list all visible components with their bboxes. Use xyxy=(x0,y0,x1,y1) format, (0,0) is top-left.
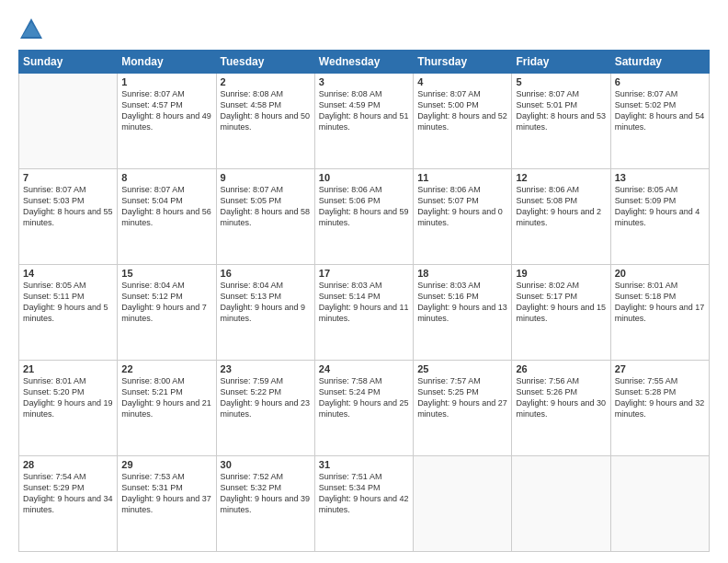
calendar-cell xyxy=(414,456,512,552)
day-info: Sunrise: 8:04 AM Sunset: 5:13 PM Dayligh… xyxy=(221,280,311,325)
calendar-cell: 4 Sunrise: 8:07 AM Sunset: 5:00 PM Dayli… xyxy=(414,74,512,169)
calendar-cell: 26 Sunrise: 7:56 AM Sunset: 5:26 PM Dayl… xyxy=(512,361,610,456)
calendar: SundayMondayTuesdayWednesdayThursdayFrid… xyxy=(18,50,710,552)
sunset-text: Sunset: 5:31 PM xyxy=(121,483,183,492)
day-info: Sunrise: 8:01 AM Sunset: 5:18 PM Dayligh… xyxy=(615,280,705,325)
sunrise-text: Sunrise: 8:03 AM xyxy=(417,281,481,290)
day-number: 16 xyxy=(221,268,311,279)
calendar-cell: 28 Sunrise: 7:54 AM Sunset: 5:29 PM Dayl… xyxy=(19,456,118,552)
calendar-cell: 19 Sunrise: 8:02 AM Sunset: 5:17 PM Dayl… xyxy=(512,265,610,361)
day-number: 31 xyxy=(319,459,409,470)
sunset-text: Sunset: 4:58 PM xyxy=(221,100,282,109)
sunrise-text: Sunrise: 7:54 AM xyxy=(23,472,86,481)
day-number: 22 xyxy=(121,363,211,374)
calendar-cell: 16 Sunrise: 8:04 AM Sunset: 5:13 PM Dayl… xyxy=(216,265,314,361)
calendar-cell: 13 Sunrise: 8:05 AM Sunset: 5:09 PM Dayl… xyxy=(610,169,709,265)
day-number: 30 xyxy=(221,459,311,470)
sunset-text: Sunset: 5:12 PM xyxy=(121,292,183,301)
daylight-text: Daylight: 9 hours and 23 minutes. xyxy=(221,398,311,419)
day-info: Sunrise: 8:07 AM Sunset: 5:02 PM Dayligh… xyxy=(615,88,705,133)
logo-icon xyxy=(18,17,44,42)
daylight-text: Daylight: 8 hours and 58 minutes. xyxy=(221,207,311,227)
sunset-text: Sunset: 5:24 PM xyxy=(319,387,381,396)
sunset-text: Sunset: 5:26 PM xyxy=(516,387,577,396)
day-info: Sunrise: 7:54 AM Sunset: 5:29 PM Dayligh… xyxy=(23,471,113,516)
day-info: Sunrise: 8:00 AM Sunset: 5:21 PM Dayligh… xyxy=(121,375,211,420)
daylight-text: Daylight: 9 hours and 32 minutes. xyxy=(615,398,705,419)
sunrise-text: Sunrise: 8:00 AM xyxy=(121,376,185,385)
calendar-cell: 3 Sunrise: 8:08 AM Sunset: 4:59 PM Dayli… xyxy=(314,74,413,169)
sunset-text: Sunset: 5:04 PM xyxy=(121,196,183,205)
day-number: 10 xyxy=(319,172,409,183)
sunset-text: Sunset: 5:02 PM xyxy=(615,100,677,109)
svg-marker-1 xyxy=(22,22,40,37)
weekday-header: Wednesday xyxy=(314,51,413,74)
weekday-header: Tuesday xyxy=(216,51,314,74)
calendar-cell: 27 Sunrise: 7:55 AM Sunset: 5:28 PM Dayl… xyxy=(610,361,709,456)
calendar-week: 1 Sunrise: 8:07 AM Sunset: 4:57 PM Dayli… xyxy=(19,74,710,169)
daylight-text: Daylight: 9 hours and 27 minutes. xyxy=(417,398,507,419)
daylight-text: Daylight: 9 hours and 2 minutes. xyxy=(516,207,601,227)
sunrise-text: Sunrise: 8:02 AM xyxy=(516,281,579,290)
day-number: 5 xyxy=(516,76,606,87)
day-info: Sunrise: 7:59 AM Sunset: 5:22 PM Dayligh… xyxy=(221,375,311,420)
sunset-text: Sunset: 5:08 PM xyxy=(516,196,577,205)
sunset-text: Sunset: 5:05 PM xyxy=(221,196,282,205)
sunrise-text: Sunrise: 8:07 AM xyxy=(615,89,678,98)
day-info: Sunrise: 7:58 AM Sunset: 5:24 PM Dayligh… xyxy=(319,375,409,420)
calendar-cell: 20 Sunrise: 8:01 AM Sunset: 5:18 PM Dayl… xyxy=(610,265,709,361)
day-info: Sunrise: 8:02 AM Sunset: 5:17 PM Dayligh… xyxy=(516,280,606,325)
daylight-text: Daylight: 8 hours and 56 minutes. xyxy=(121,207,211,227)
calendar-cell: 18 Sunrise: 8:03 AM Sunset: 5:16 PM Dayl… xyxy=(414,265,512,361)
calendar-cell: 30 Sunrise: 7:52 AM Sunset: 5:32 PM Dayl… xyxy=(216,456,314,552)
daylight-text: Daylight: 9 hours and 34 minutes. xyxy=(23,494,113,514)
day-info: Sunrise: 8:01 AM Sunset: 5:20 PM Dayligh… xyxy=(23,375,113,420)
weekday-header: Thursday xyxy=(414,51,512,74)
day-number: 27 xyxy=(615,363,705,374)
daylight-text: Daylight: 9 hours and 15 minutes. xyxy=(516,303,606,323)
calendar-week: 21 Sunrise: 8:01 AM Sunset: 5:20 PM Dayl… xyxy=(19,361,710,456)
day-number: 24 xyxy=(319,363,409,374)
weekday-header: Sunday xyxy=(19,51,118,74)
day-info: Sunrise: 8:06 AM Sunset: 5:07 PM Dayligh… xyxy=(417,184,507,229)
day-number: 13 xyxy=(615,172,705,183)
daylight-text: Daylight: 9 hours and 25 minutes. xyxy=(319,398,409,419)
day-info: Sunrise: 8:07 AM Sunset: 4:57 PM Dayligh… xyxy=(121,88,211,133)
sunset-text: Sunset: 5:06 PM xyxy=(319,196,381,205)
day-info: Sunrise: 7:52 AM Sunset: 5:32 PM Dayligh… xyxy=(221,471,311,516)
sunrise-text: Sunrise: 8:01 AM xyxy=(615,281,678,290)
sunrise-text: Sunrise: 8:07 AM xyxy=(121,89,185,98)
weekday-header: Friday xyxy=(512,51,610,74)
sunset-text: Sunset: 5:00 PM xyxy=(417,100,479,109)
day-info: Sunrise: 8:03 AM Sunset: 5:14 PM Dayligh… xyxy=(319,280,409,325)
sunset-text: Sunset: 5:01 PM xyxy=(516,100,577,109)
daylight-text: Daylight: 9 hours and 4 minutes. xyxy=(615,207,700,227)
sunset-text: Sunset: 5:11 PM xyxy=(23,292,85,301)
sunrise-text: Sunrise: 7:57 AM xyxy=(417,376,481,385)
day-number: 15 xyxy=(121,268,211,279)
sunrise-text: Sunrise: 8:08 AM xyxy=(319,89,382,98)
logo xyxy=(18,17,48,42)
weekday-row: SundayMondayTuesdayWednesdayThursdayFrid… xyxy=(19,51,710,74)
sunrise-text: Sunrise: 8:04 AM xyxy=(221,281,284,290)
calendar-cell: 25 Sunrise: 7:57 AM Sunset: 5:25 PM Dayl… xyxy=(414,361,512,456)
day-info: Sunrise: 8:07 AM Sunset: 5:05 PM Dayligh… xyxy=(221,184,311,229)
sunrise-text: Sunrise: 8:05 AM xyxy=(615,185,678,194)
day-number: 17 xyxy=(319,268,409,279)
calendar-cell: 2 Sunrise: 8:08 AM Sunset: 4:58 PM Dayli… xyxy=(216,74,314,169)
sunset-text: Sunset: 5:13 PM xyxy=(221,292,282,301)
day-info: Sunrise: 7:51 AM Sunset: 5:34 PM Dayligh… xyxy=(319,471,409,516)
day-number: 28 xyxy=(23,459,113,470)
daylight-text: Daylight: 9 hours and 42 minutes. xyxy=(319,494,409,514)
calendar-cell: 9 Sunrise: 8:07 AM Sunset: 5:05 PM Dayli… xyxy=(216,169,314,265)
calendar-cell: 6 Sunrise: 8:07 AM Sunset: 5:02 PM Dayli… xyxy=(610,74,709,169)
day-info: Sunrise: 7:56 AM Sunset: 5:26 PM Dayligh… xyxy=(516,375,606,420)
day-number: 29 xyxy=(121,459,211,470)
sunrise-text: Sunrise: 7:56 AM xyxy=(516,376,579,385)
day-number: 6 xyxy=(615,76,705,87)
daylight-text: Daylight: 9 hours and 11 minutes. xyxy=(319,303,409,323)
day-number: 11 xyxy=(417,172,507,183)
sunrise-text: Sunrise: 8:07 AM xyxy=(121,185,185,194)
day-info: Sunrise: 8:07 AM Sunset: 5:04 PM Dayligh… xyxy=(121,184,211,229)
daylight-text: Daylight: 9 hours and 0 minutes. xyxy=(417,207,503,227)
